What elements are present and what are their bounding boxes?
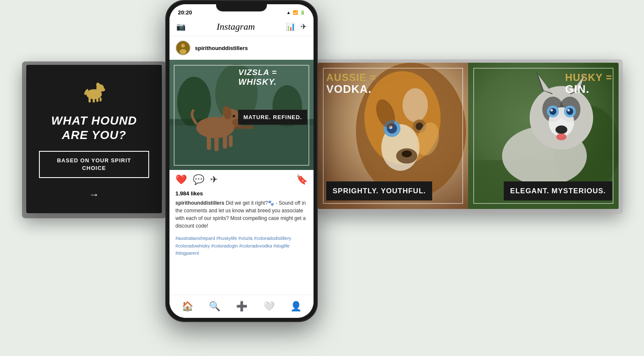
svg-point-61: [556, 134, 566, 140]
svg-point-56: [550, 109, 553, 111]
vizsla-title: VIZSLA =: [238, 68, 307, 77]
ig-left-icons: 📷: [176, 22, 186, 31]
phone-mockup: 20:20 ▲ 📶 🔋 📷 Instagram 📊 ✈: [165, 0, 318, 322]
ig-post-image: VIZSLA = WHISKY. MATURE. REFINED.: [169, 60, 314, 170]
svg-point-60: [555, 125, 567, 134]
dog-silhouette-icon: [77, 78, 111, 105]
svg-point-10: [181, 44, 185, 47]
svg-rect-30: [229, 135, 233, 147]
svg-point-2: [101, 88, 105, 92]
svg-rect-27: [207, 135, 211, 150]
left-card: WHAT HOUND ARE YOU? BASED ON YOUR SPIRIT…: [26, 65, 162, 213]
svg-point-11: [180, 49, 186, 54]
ig-right-icons: 📊 ✈: [286, 22, 307, 31]
svg-rect-17: [169, 125, 314, 170]
camera-icon[interactable]: 📷: [176, 22, 186, 31]
chart-icon[interactable]: 📊: [286, 22, 295, 31]
status-icons: ▲ 📶 🔋: [286, 10, 305, 15]
aussie-spirit: VODKA.: [326, 83, 376, 95]
svg-point-59: [567, 109, 570, 111]
home-nav-icon[interactable]: 🏠: [182, 301, 193, 312]
svg-point-43: [402, 150, 412, 157]
vizsla-spirit: WHISKY.: [238, 77, 307, 86]
share-icon[interactable]: ✈: [210, 174, 218, 185]
profile-nav-icon[interactable]: 👤: [290, 301, 302, 312]
svg-rect-7: [100, 97, 102, 101]
wifi-icon: 📶: [293, 10, 298, 15]
avatar: [175, 40, 191, 56]
spirit-choice-box: BASED ON YOUR SPIRIT CHOICE: [39, 151, 149, 178]
husky-spirit: GIN.: [565, 83, 612, 95]
comment-icon[interactable]: 💬: [193, 174, 204, 185]
profile-username: spirithounddistillers: [195, 45, 248, 51]
svg-rect-4: [89, 97, 91, 103]
ig-caption: spirithounddistillers Did we get it righ…: [169, 197, 314, 233]
ig-action-left: ❤️ 💬 ✈: [175, 174, 218, 185]
caption-username: spirithounddistillers: [175, 200, 224, 206]
phone-screen: 20:20 ▲ 📶 🔋 📷 Instagram 📊 ✈: [169, 4, 314, 318]
heart-nav-icon[interactable]: 🤍: [263, 301, 275, 312]
svg-rect-6: [96, 97, 98, 102]
spirit-choice-text: BASED ON YOUR SPIRIT CHOICE: [50, 157, 138, 172]
left-card-title: WHAT HOUND ARE YOU?: [39, 114, 149, 142]
aussie-traits: SPRIGHTLY. YOUTHFUL.: [333, 186, 426, 197]
vizsla-traits: MATURE. REFINED.: [243, 113, 302, 122]
svg-rect-5: [93, 97, 95, 103]
add-nav-icon[interactable]: ➕: [236, 301, 247, 312]
svg-point-36: [402, 88, 428, 122]
main-scene: WHAT HOUND ARE YOU? BASED ON YOUR SPIRIT…: [0, 0, 644, 356]
ig-logo: Instagram: [217, 21, 255, 32]
location-icon: ▲: [286, 10, 291, 15]
aussie-panel: AUSSIE = VODKA. SPRIGHTLY. YOUTHFUL.: [318, 63, 468, 209]
ig-header: 📷 Instagram 📊 ✈: [169, 18, 314, 36]
vizsla-background: VIZSLA = WHISKY. MATURE. REFINED.: [169, 60, 314, 170]
right-card: AUSSIE = VODKA. SPRIGHTLY. YOUTHFUL.: [318, 63, 619, 209]
phone-notch: [216, 1, 267, 11]
svg-rect-29: [223, 135, 227, 149]
arrow-right-icon: →: [89, 189, 99, 200]
svg-point-55: [550, 108, 556, 115]
svg-point-25: [233, 115, 235, 117]
heart-icon[interactable]: ❤️: [175, 174, 187, 185]
bookmark-icon[interactable]: 🔖: [296, 174, 308, 185]
ig-nav: 🏠 🔍 ➕ 🤍 👤: [169, 295, 314, 318]
ig-likes: 1.984 likes: [169, 189, 314, 197]
ig-hashtags: #australianshepard #huskylife #viszla #c…: [169, 233, 314, 261]
ig-actions: ❤️ 💬 ✈ 🔖: [169, 170, 314, 189]
battery-icon: 🔋: [300, 10, 305, 15]
status-time: 20:20: [178, 9, 192, 16]
svg-rect-28: [214, 135, 219, 151]
aussie-breed: AUSSIE =: [326, 72, 376, 83]
husky-traits: ELEGANT. MYSTERIOUS.: [510, 186, 606, 197]
husky-panel: HUSKY = GIN. ELEGANT. MYSTERIOUS.: [468, 63, 619, 209]
search-nav-icon[interactable]: 🔍: [209, 301, 220, 312]
husky-breed: HUSKY =: [565, 72, 612, 83]
ig-profile-row[interactable]: spirithounddistillers: [169, 36, 314, 60]
svg-point-58: [566, 108, 573, 115]
send-icon[interactable]: ✈: [300, 22, 307, 31]
